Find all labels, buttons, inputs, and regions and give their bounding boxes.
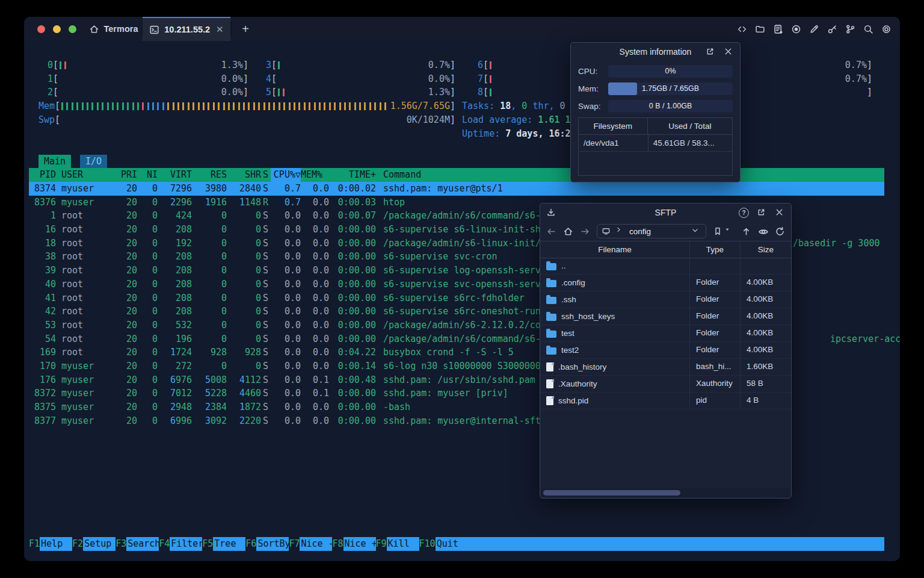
code-icon[interactable] xyxy=(737,24,747,34)
file-row[interactable]: .configFolder4.00KB xyxy=(540,275,791,291)
tab-session[interactable]: 10.211.55.2 ✕ xyxy=(143,17,230,41)
tab-termora[interactable]: Termora xyxy=(84,17,143,41)
help-icon[interactable]: ? xyxy=(739,208,749,218)
htop-tab-main[interactable]: Main xyxy=(38,155,71,168)
open-in-window-icon[interactable] xyxy=(757,208,767,218)
process-time: 0:00.00 xyxy=(329,250,376,264)
file-row[interactable]: test2Folder4.00KB xyxy=(540,342,791,359)
chevron-right-icon xyxy=(615,226,626,237)
tab-termora-label: Termora xyxy=(104,24,138,34)
column-header-virt[interactable]: VIRT xyxy=(158,168,192,182)
load-average-line: Load average: 1.61 1 xyxy=(462,113,571,127)
zoom-window-button[interactable] xyxy=(69,25,76,33)
file-row[interactable]: sshd.pidpid4 B xyxy=(540,393,791,409)
record-icon[interactable] xyxy=(791,24,801,34)
back-icon[interactable] xyxy=(546,226,556,237)
show-hidden-eye-icon[interactable] xyxy=(758,226,768,237)
fn-button-setup[interactable]: Setup xyxy=(83,537,116,551)
process-pid: 8372 xyxy=(29,387,56,400)
column-header-res[interactable]: RES xyxy=(192,168,227,182)
file-row[interactable]: .XauthorityXauthority58 B xyxy=(540,376,791,393)
new-tab-button[interactable]: + xyxy=(236,17,255,41)
filesystem-row[interactable]: /dev/vda145.61GB / 58.3... xyxy=(579,135,732,152)
forward-icon[interactable] xyxy=(580,226,590,237)
fn-button-filter[interactable]: Filter xyxy=(170,537,202,551)
fn-button-quit[interactable]: Quit xyxy=(436,537,884,551)
bookmark-control[interactable] xyxy=(713,226,735,237)
key-icon[interactable] xyxy=(827,24,837,34)
tab-close-icon[interactable]: ✕ xyxy=(216,24,224,35)
file-row[interactable]: .. xyxy=(540,258,791,275)
parent-dir-icon[interactable] xyxy=(741,226,751,237)
open-in-window-icon[interactable] xyxy=(706,47,716,57)
file-row[interactable]: testFolder4.00KB xyxy=(540,325,791,342)
fn-button-kill[interactable]: Kill xyxy=(387,537,419,551)
meter-pipe xyxy=(364,102,366,110)
file-row[interactable]: .bash_historybash_hi...1.60KB xyxy=(540,359,791,376)
fnkey-f4: F4 xyxy=(159,537,170,551)
close-panel-icon[interactable] xyxy=(775,208,785,218)
column-header-shr[interactable]: SHR xyxy=(227,168,261,182)
column-header-s[interactable]: S xyxy=(261,168,271,182)
close-window-button[interactable] xyxy=(37,25,45,33)
process-cpu: 0.0 xyxy=(271,319,301,332)
process-user: root xyxy=(56,250,118,264)
close-panel-icon[interactable] xyxy=(724,47,734,57)
process-table-header: PIDUSERPRINIVIRTRESSHRSCPU%▽MEM%TIME+Com… xyxy=(29,168,884,182)
pencil-icon[interactable] xyxy=(809,24,819,34)
file-row[interactable]: .sshFolder4.00KB xyxy=(540,291,791,308)
cpu-meter-3-label: 3 xyxy=(257,58,271,72)
path-breadcrumb[interactable]: config xyxy=(597,224,706,238)
git-branch-icon[interactable] xyxy=(845,24,855,34)
fn-button-sortby[interactable]: SortBy xyxy=(256,537,289,551)
process-pid: 8376 xyxy=(29,196,56,210)
fnkey-f9: F9 xyxy=(376,537,387,551)
tasks-line: Tasks: 18, 0 thr, 0 k xyxy=(462,99,576,113)
cpu-meter-0: 0[1.3%] xyxy=(38,58,248,72)
meter-pipe xyxy=(309,102,310,110)
size-column-header[interactable]: Size xyxy=(741,241,791,258)
filename-column-header[interactable]: Filename xyxy=(540,241,690,258)
process-time: 0:00.00 xyxy=(329,414,376,428)
process-pri: 20 xyxy=(118,414,137,428)
process-row[interactable]: 8374myuser200729639802840S0.70.00:00.02s… xyxy=(29,182,884,196)
process-cell: 4460 xyxy=(227,387,261,400)
file-type: Folder xyxy=(690,342,741,358)
fn-button-help[interactable]: Help xyxy=(40,537,72,551)
process-pri: 20 xyxy=(118,400,137,414)
column-header-mem[interactable]: MEM% xyxy=(301,168,329,182)
meter-pipe xyxy=(72,102,73,110)
htop-tab-io[interactable]: I/O xyxy=(80,155,107,168)
meter-pipe xyxy=(268,102,270,110)
type-column-header[interactable]: Type xyxy=(690,241,741,258)
meter-pipe xyxy=(60,61,61,69)
settings-gear-icon[interactable] xyxy=(881,24,892,34)
fn-button-nice[interactable]: Nice - xyxy=(300,537,332,551)
scrollbar-thumb[interactable] xyxy=(543,490,680,496)
process-time: 0:00.48 xyxy=(329,373,376,387)
column-header-ni[interactable]: NI xyxy=(137,168,158,182)
cpu-meter-2-label: 2 xyxy=(38,85,53,99)
log-file-icon[interactable] xyxy=(773,24,783,34)
folder-icon[interactable] xyxy=(755,24,765,34)
fn-button-search[interactable]: Search xyxy=(126,537,159,551)
process-state: S xyxy=(261,209,271,223)
fn-button-nice[interactable]: Nice + xyxy=(343,537,376,551)
meter-pipe xyxy=(147,102,149,110)
refresh-icon[interactable] xyxy=(775,226,785,237)
column-header-pid[interactable]: PID xyxy=(29,168,56,182)
search-icon[interactable] xyxy=(863,24,873,34)
fn-button-tree[interactable]: Tree xyxy=(213,537,245,551)
column-header-time[interactable]: TIME+ xyxy=(329,168,376,182)
chevron-down-icon[interactable] xyxy=(691,226,701,237)
meter-pipe xyxy=(117,102,119,110)
column-header-cpu[interactable]: CPU%▽ xyxy=(271,168,301,182)
file-row[interactable]: ssh_host_keysFolder4.00KB xyxy=(540,308,791,325)
download-icon[interactable] xyxy=(546,208,556,218)
minimize-window-button[interactable] xyxy=(53,25,61,33)
column-header-pri[interactable]: PRI xyxy=(118,168,137,182)
column-header-user[interactable]: USER xyxy=(56,168,118,182)
process-cell: 0 xyxy=(192,305,227,319)
process-pri: 20 xyxy=(118,332,137,346)
home-icon[interactable] xyxy=(563,226,573,237)
